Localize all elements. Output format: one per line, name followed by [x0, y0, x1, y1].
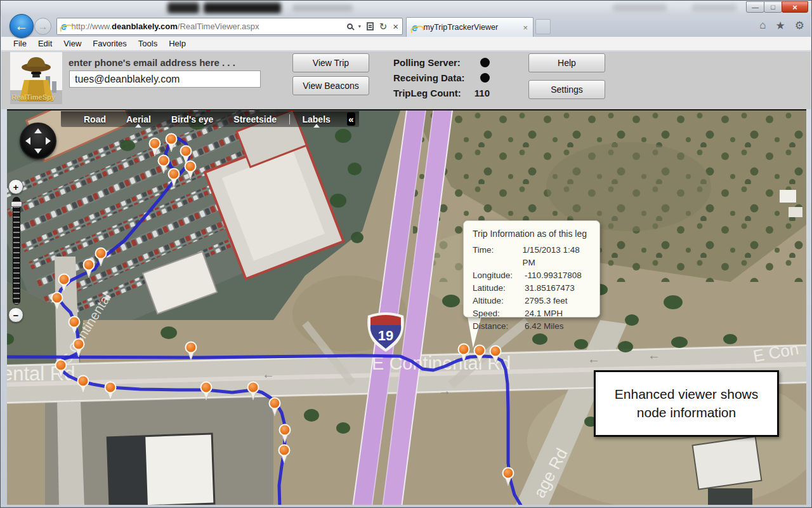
redacted-title-text	[167, 3, 199, 13]
trip-longitude-label: Longitude:	[473, 269, 525, 282]
menu-favorites[interactable]: Favorites	[87, 37, 132, 50]
menu-bar: File Edit View Favorites Tools Help	[1, 37, 811, 51]
collapse-bar-button[interactable]: «	[347, 112, 355, 126]
trip-altitude-label: Altitude:	[473, 295, 525, 307]
polling-server-label: Polling Server:	[393, 57, 461, 68]
tab-close-icon[interactable]: ×	[523, 23, 528, 32]
trip-time-value: 1/15/2013 1:48 PM	[523, 244, 592, 269]
pan-right-icon[interactable]	[46, 137, 51, 145]
dropdown-notch-icon	[135, 124, 141, 128]
road-arrow: →	[438, 384, 451, 398]
ie-logo-icon: e	[61, 21, 67, 32]
map-mode-birdseye[interactable]: Bird's eye	[161, 114, 223, 124]
receiving-data-label: Receiving Data:	[393, 72, 465, 83]
browser-tab[interactable]: e myTripTrackerViewer ×	[406, 17, 534, 37]
zoom-slider-handle[interactable]	[11, 201, 22, 207]
trip-latitude-value: 31.85167473	[525, 282, 575, 295]
stop-icon[interactable]: ×	[393, 22, 398, 31]
search-icon[interactable]	[347, 23, 353, 29]
trip-speed-label: Speed:	[473, 307, 525, 320]
shield-number: 19	[378, 328, 393, 344]
forward-button[interactable]: →	[34, 18, 51, 35]
window-bottom-edge	[1, 505, 811, 507]
view-beacons-button[interactable]: View Beacons	[292, 76, 369, 95]
tools-gear-icon[interactable]: ⚙	[795, 19, 804, 32]
receiving-data-indicator	[480, 73, 490, 83]
road-arrow: ←	[648, 348, 660, 362]
trip-latitude-label: Latitude:	[473, 282, 525, 295]
compatibility-view-icon[interactable]	[367, 22, 374, 30]
trip-distance-value: 6.42 Miles	[525, 320, 564, 333]
map-compass[interactable]	[20, 123, 56, 159]
email-label: enter phone's email address here . . .	[69, 57, 235, 68]
trip-info-title: Trip Information as of this leg	[473, 229, 592, 239]
email-input[interactable]	[69, 70, 261, 88]
logo-label: RealTimeSpy	[11, 93, 55, 101]
tripleg-count-value: 110	[475, 88, 490, 98]
zoom-out-button[interactable]: −	[8, 307, 23, 323]
dropdown-notch-icon	[313, 124, 320, 128]
redacted-title-text	[692, 4, 737, 11]
road-arrow: ←	[262, 367, 275, 381]
redacted-title-text	[204, 3, 281, 13]
pan-up-icon[interactable]	[34, 128, 42, 133]
zoom-control: + −	[8, 179, 25, 323]
back-icon: ←	[15, 18, 29, 34]
minimize-button[interactable]: —	[746, 1, 764, 13]
map-mode-aerial[interactable]: Aerial	[116, 114, 161, 124]
map-mode-bar: Road Aerial Bird's eye Streetside Labels…	[61, 111, 359, 127]
menu-tools[interactable]: Tools	[133, 37, 163, 50]
ie-logo-icon: e	[412, 22, 417, 33]
tab-title: myTripTrackerViewer	[423, 23, 523, 32]
menu-file[interactable]: File	[8, 37, 32, 50]
app-header: RealTimeSpy enter phone's email address …	[1, 51, 811, 109]
search-dropdown-icon[interactable]: ▾	[358, 23, 361, 29]
view-trip-button[interactable]: View Trip	[292, 53, 369, 72]
back-button[interactable]: ←	[10, 14, 34, 38]
favorites-star-icon[interactable]: ★	[776, 19, 785, 32]
map-canvas[interactable]: ← ← ← →	[7, 110, 806, 506]
forward-icon: →	[38, 21, 48, 32]
refresh-icon[interactable]: ↻	[379, 22, 388, 31]
map-mode-road[interactable]: Road	[74, 114, 116, 124]
map-mode-streetside[interactable]: Streetside	[223, 114, 287, 124]
close-button[interactable]: ×	[782, 1, 808, 13]
trip-speed-value: 24.1 MPH	[525, 307, 563, 320]
redacted-title-text	[613, 4, 667, 11]
map-mode-labels[interactable]: Labels	[292, 114, 340, 124]
map: ← ← ← →	[7, 109, 806, 506]
browser-window: — □ × ← → e http://www.deanblakely.com/R…	[0, 0, 812, 508]
address-bar[interactable]: e http://www.deanblakely.com/RealTimeVie…	[56, 18, 403, 35]
pan-down-icon[interactable]	[34, 149, 42, 154]
trip-altitude-value: 2795.3 feet	[525, 295, 568, 307]
trip-longitude-value: -110.99317808	[525, 269, 582, 282]
menu-help[interactable]: Help	[163, 37, 192, 50]
home-icon[interactable]: ⌂	[759, 19, 766, 32]
road-arrow: ←	[587, 352, 600, 366]
tripleg-count-label: TripLeg Count:	[393, 88, 461, 98]
menu-edit[interactable]: Edit	[32, 37, 58, 50]
url-text: http://www.deanblakely.com/RealTimeViewe…	[71, 22, 346, 31]
zoom-slider[interactable]	[13, 197, 20, 305]
maximize-button[interactable]: □	[764, 1, 782, 13]
trip-distance-label: Distance:	[473, 320, 525, 333]
settings-button[interactable]: Settings	[528, 80, 605, 99]
trip-time-label: Time:	[473, 244, 523, 269]
redacted-title-text	[292, 4, 353, 11]
annotation-box: Enhanced viewer shows node information	[594, 370, 779, 437]
zoom-in-button[interactable]: +	[8, 179, 23, 194]
browser-navbar: ← → e http://www.deanblakely.com/RealTim…	[1, 16, 811, 37]
trip-info-tooltip: Trip Information as of this leg Time:1/1…	[463, 220, 600, 318]
window-titlebar[interactable]: — □ ×	[1, 1, 811, 16]
help-button[interactable]: Help	[528, 53, 605, 72]
polling-server-indicator	[480, 58, 490, 67]
menu-view[interactable]: View	[58, 37, 87, 50]
new-tab-button[interactable]	[535, 19, 551, 34]
pan-left-icon[interactable]	[25, 137, 30, 145]
annotation-text: Enhanced viewer shows node information	[612, 385, 761, 422]
